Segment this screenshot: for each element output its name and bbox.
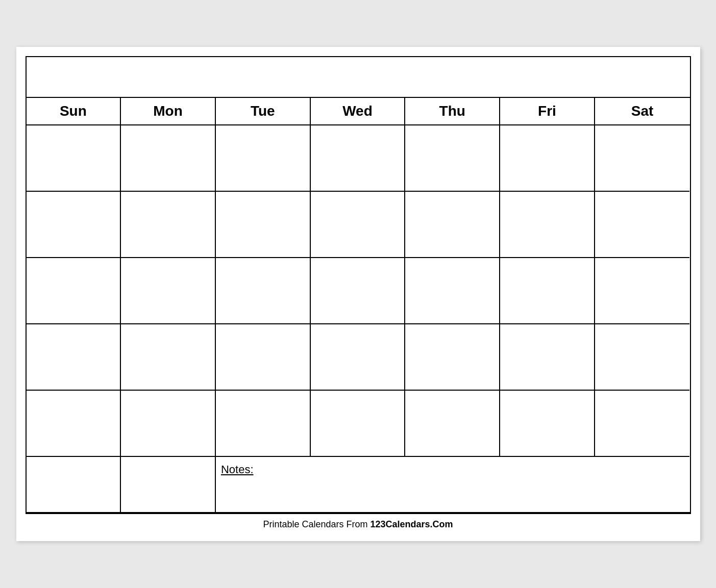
notes-empty-cell-2: [121, 457, 216, 513]
table-row: [121, 125, 216, 192]
footer-text-bold: 123Calendars.Com: [371, 519, 453, 529]
table-row: [500, 391, 595, 457]
header-wed: Wed: [311, 98, 406, 124]
table-row: [121, 391, 216, 457]
notes-empty-cell-1: [27, 457, 121, 513]
table-row: [500, 192, 595, 258]
notes-row: Notes:: [27, 457, 690, 513]
title-row: [27, 57, 690, 98]
table-row: [311, 258, 406, 324]
table-row: [311, 192, 406, 258]
table-row: [405, 391, 500, 457]
table-row: [595, 258, 690, 324]
table-row: [500, 324, 595, 391]
table-row: [595, 192, 690, 258]
table-row: [311, 391, 406, 457]
header-fri: Fri: [500, 98, 595, 124]
table-row: [500, 125, 595, 192]
table-row: [121, 324, 216, 391]
notes-content-cell: Notes:: [216, 457, 690, 513]
table-row: [405, 192, 500, 258]
table-row: [27, 258, 121, 324]
table-row: [216, 391, 311, 457]
table-row: [27, 391, 121, 457]
calendar-grid: [27, 125, 690, 457]
calendar-container: Sun Mon Tue Wed Thu Fri Sat: [26, 56, 691, 514]
table-row: [405, 125, 500, 192]
table-row: [405, 324, 500, 391]
header-row: Sun Mon Tue Wed Thu Fri Sat: [27, 98, 690, 125]
table-row: [27, 125, 121, 192]
table-row: [216, 125, 311, 192]
header-sat: Sat: [595, 98, 690, 124]
table-row: [27, 192, 121, 258]
table-row: [500, 258, 595, 324]
table-row: [121, 258, 216, 324]
table-row: [311, 125, 406, 192]
table-row: [595, 324, 690, 391]
header-thu: Thu: [405, 98, 500, 124]
table-row: [121, 192, 216, 258]
table-row: [216, 258, 311, 324]
table-row: [595, 391, 690, 457]
header-tue: Tue: [216, 98, 311, 124]
table-row: [405, 258, 500, 324]
page-wrapper: Sun Mon Tue Wed Thu Fri Sat: [16, 47, 700, 541]
footer-text-normal: Printable Calendars From: [263, 519, 370, 529]
header-sun: Sun: [27, 98, 121, 124]
table-row: [27, 324, 121, 391]
table-row: [311, 324, 406, 391]
table-row: [216, 192, 311, 258]
table-row: [216, 324, 311, 391]
table-row: [595, 125, 690, 192]
footer: Printable Calendars From 123Calendars.Co…: [26, 514, 691, 532]
notes-label: Notes:: [221, 463, 254, 476]
header-mon: Mon: [121, 98, 216, 124]
